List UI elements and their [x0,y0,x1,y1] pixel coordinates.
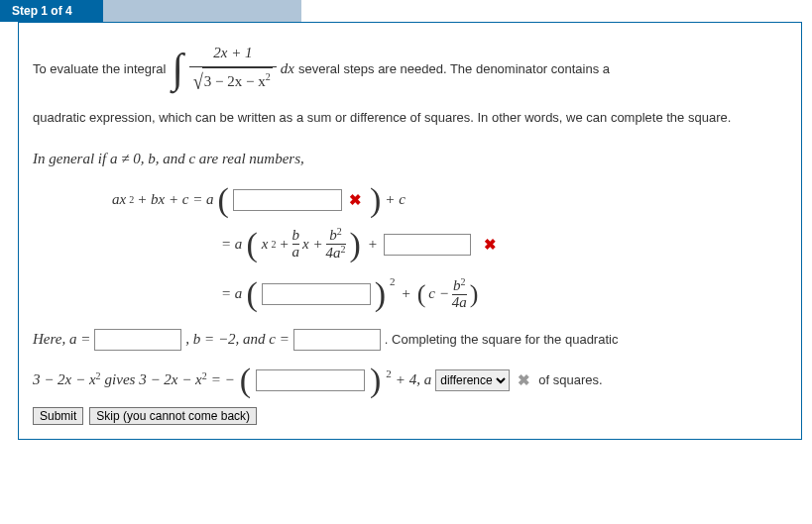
intro-line-3: In general if a ≠ 0, b, and c are real n… [33,147,787,172]
here-t1: Here, a = [33,326,90,353]
eq3-pre: = a [221,285,242,302]
eq2-xplus: x + [302,236,323,253]
frac-den-text: 3 − 2x − x [204,72,266,88]
step-label: Step 1 of 4 [0,0,103,22]
intro-text-1: To evaluate the integral [33,58,166,80]
button-row: Submit Skip (you cannot come back) [33,407,787,425]
final-t5: of squares. [538,368,602,391]
incorrect-icon: ✖ [484,236,497,254]
final-row: 3 − 2x − x2 gives 3 − 2x − x2 = − ( )2 +… [33,367,787,393]
intro-line-1: To evaluate the integral ∫ 2x + 1 √ 3 − … [33,41,787,97]
eq2-frac-b2-over-4a2: b2 4a2 [326,227,346,262]
step-progress-bar [103,0,301,22]
c-value-input[interactable] [293,329,381,351]
incorrect-icon: ✖ [349,191,362,209]
eq1-lhs-a: ax [112,191,126,208]
sqrt-icon: √ 3 − 2x − x2 [193,67,273,98]
final-t4: + 4, a [396,367,431,393]
step-header: Step 1 of 4 [0,0,812,22]
dx: dx [281,56,294,82]
intro-text-2: several steps are needed. The denominato… [298,58,610,80]
here-row: Here, a = , b = −2, and c = . Completing… [33,326,787,353]
intro-line-2: quadratic expression, which can be writt… [33,107,787,129]
eq3-frac-b2-over-4a: b2 4a [452,277,467,311]
content-box: To evaluate the integral ∫ 2x + 1 √ 3 − … [18,22,802,440]
eq3-blank-input[interactable] [262,283,371,305]
eq3-plus: + [402,285,411,302]
eq2-plus2: + [368,236,378,253]
frac-num: 2x + 1 [213,45,252,60]
final-eq: = − [211,367,235,393]
here-t2: , b = −2, and c = [185,326,290,353]
eq2-pre: = a [221,236,242,253]
dropdown-status-icon: ✖ [518,367,530,393]
integrand-fraction: 2x + 1 √ 3 − 2x − x2 [189,41,277,97]
eq2-blank-input[interactable] [384,234,471,256]
equation-row-2: = a ( x2 + b a x + b2 4a2 ) + ✖ [221,227,787,262]
eq2-frac-b-over-a: b a [292,228,300,261]
a-value-input[interactable] [94,329,181,351]
final-blank-input[interactable] [256,369,365,391]
general-condition: In general if a ≠ 0, b, and c are real n… [33,151,304,166]
eq3-cminus: c − [428,285,449,302]
equation-row-3: = a ( )2 + ( c − b2 4a ) [221,277,787,311]
eq1-blank-input[interactable] [233,189,342,211]
eq2-plus1: + [279,236,289,253]
here-t3: . Completing the square for the quadrati… [385,328,619,351]
final-t1: 3 − 2x − x [33,371,96,387]
page: Step 1 of 4 To evaluate the integral ∫ 2… [0,0,812,524]
submit-button[interactable]: Submit [33,407,83,425]
integral-icon: ∫ [172,54,183,83]
difference-select[interactable]: difference [435,369,510,391]
equation-row-1: ax2 + bx + c = a ( ✖ ) + c [112,188,787,212]
eq2-x: x [262,236,269,253]
final-t2: gives 3 − 2x − x [105,371,202,387]
skip-button[interactable]: Skip (you cannot come back) [89,407,257,425]
eq1-lhs-b: + bx + c = a [137,191,213,208]
eq1-tail: + c [385,191,406,208]
